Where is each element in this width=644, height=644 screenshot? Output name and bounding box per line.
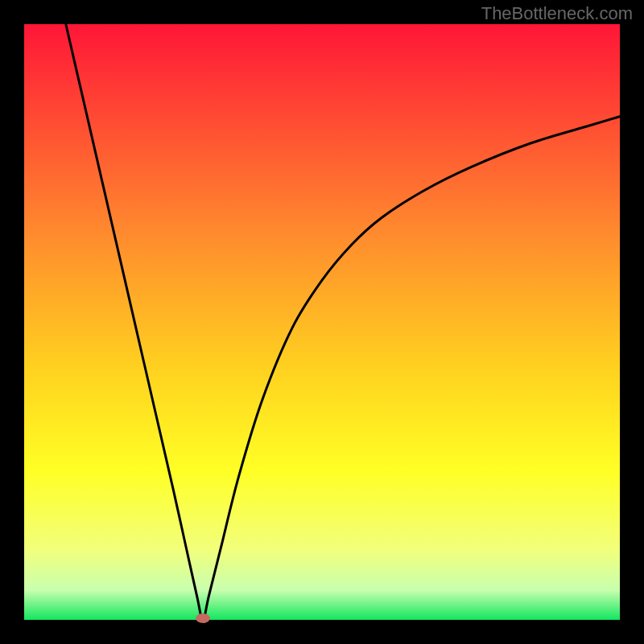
plot-background	[24, 24, 620, 620]
minimum-marker	[196, 613, 210, 623]
bottleneck-chart	[0, 0, 644, 644]
watermark-text: TheBottleneck.com	[481, 3, 633, 24]
chart-container: TheBottleneck.com	[0, 0, 644, 644]
